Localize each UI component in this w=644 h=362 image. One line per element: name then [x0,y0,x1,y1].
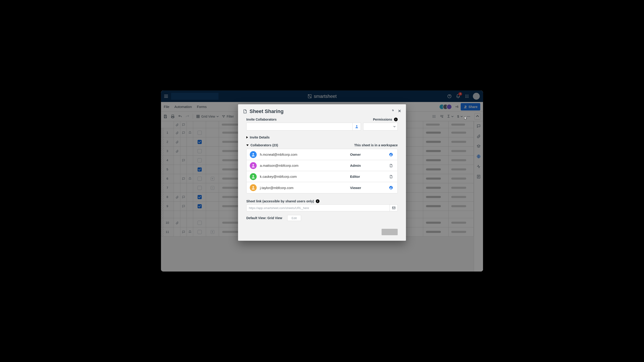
chevron-down-icon[interactable] [246,145,249,146]
dialog-title: Sheet Sharing [250,108,284,114]
svg-point-17 [390,186,393,189]
sheet-link-input[interactable] [246,205,390,211]
edit-default-view-button[interactable]: Edit [287,215,301,221]
sheet-icon [243,109,247,114]
collaborator-email: k.caskey@mbfcorp.com [260,175,347,179]
svg-rect-18 [392,207,395,209]
avatar-icon [250,162,257,169]
sheet-icon [388,175,394,179]
collaborator-role[interactable]: Editor [350,175,384,179]
collaborator-role[interactable]: Viewer [350,186,384,190]
close-icon[interactable] [398,109,401,114]
email-link-icon[interactable] [390,205,398,211]
group-icon [388,185,394,190]
invite-details-toggle[interactable]: Invite Details [238,136,406,139]
avatar-icon [250,173,257,180]
share-dialog: Sheet Sharing Invite Collaborators Permi… [238,104,406,241]
collaborator-row[interactable]: j.taylor@mbfcorp.comViewer [246,182,398,193]
collaborators-header[interactable]: Collaborators (23) [250,143,278,147]
default-view-label: Default View: Grid View [246,216,282,220]
invite-label: Invite Collaborators [246,118,276,121]
group-icon [388,153,394,157]
collaborator-row[interactable]: a.mattson@mbfcorp.comAdmin [246,160,398,171]
contact-picker-icon[interactable] [352,123,361,130]
collaborator-role[interactable]: Owner [350,153,384,157]
collaborator-email: j.taylor@mbfcorp.com [260,186,347,190]
workspace-note: This sheet is in a workspace [354,143,398,147]
avatar-icon [250,151,257,158]
permissions-label: Permissions [373,118,392,121]
chevron-right-icon [246,136,248,139]
app-window: smartsheet 4 File Automation Forms [161,90,483,272]
sheet-icon [388,164,394,168]
collaborator-email: a.mattson@mbfcorp.com [260,164,347,168]
collaborator-role[interactable]: Admin [350,164,384,168]
sheet-link-label: Sheet link (accessible by shared users o… [246,199,314,203]
svg-point-16 [390,153,393,156]
collaborator-email: h.mcneal@mbfcorp.com [260,153,347,157]
collaborator-row[interactable]: k.caskey@mbfcorp.comEditor [246,171,398,182]
invite-input[interactable] [246,123,352,130]
info-icon[interactable]: i [316,199,320,203]
collaborator-row[interactable]: h.mcneal@mbfcorp.comOwner [246,149,398,160]
avatar-icon [250,184,257,191]
submit-button [382,229,398,235]
permissions-select[interactable] [363,123,398,131]
collaborator-list: h.mcneal@mbfcorp.comOwnera.mattson@mbfco… [246,149,398,193]
info-icon[interactable]: i [394,118,398,121]
dialog-help-icon[interactable] [391,109,395,114]
